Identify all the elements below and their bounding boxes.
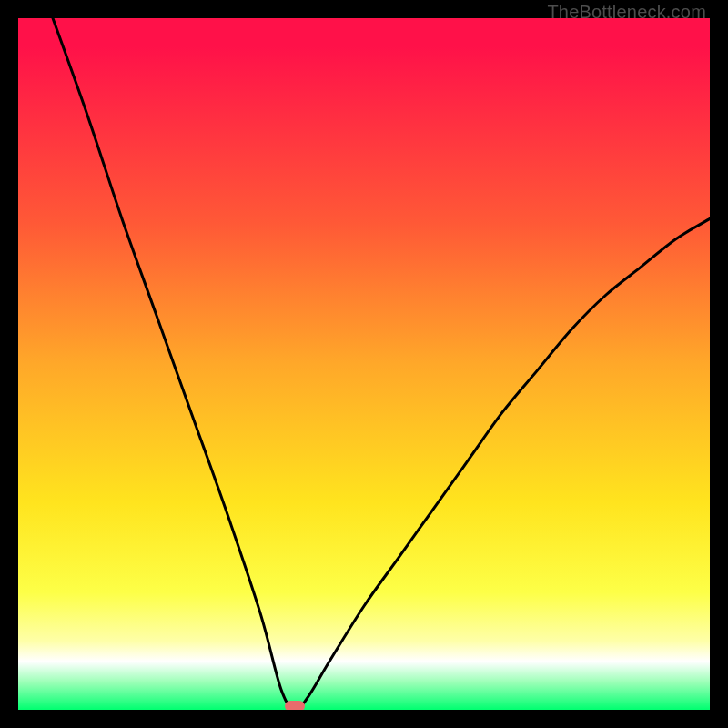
plot-area — [18, 18, 710, 710]
optimal-marker — [285, 701, 305, 710]
bottleneck-curve — [18, 18, 710, 710]
chart-frame — [18, 18, 710, 710]
curve-path — [53, 18, 710, 710]
